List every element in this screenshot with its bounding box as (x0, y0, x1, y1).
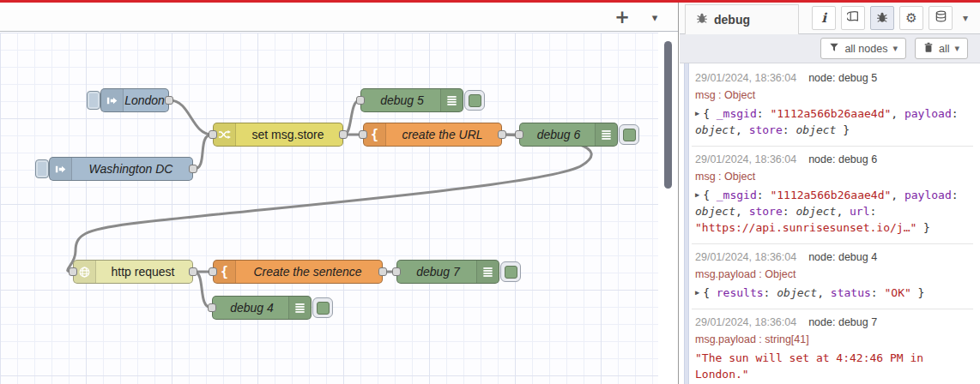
input-port[interactable] (69, 267, 77, 276)
top-red-divider (0, 0, 980, 3)
input-port[interactable] (356, 96, 365, 105)
output-port[interactable] (378, 267, 387, 276)
output-port[interactable] (165, 96, 173, 105)
clear-messages-button[interactable]: all ▾ (915, 38, 968, 59)
node-label: debug 5 (364, 89, 440, 111)
expand-caret-icon[interactable]: ▶ (695, 190, 699, 199)
sidebar-tab-button-help[interactable] (841, 6, 865, 30)
node-label: create the URL (386, 123, 499, 146)
debug-message-timestamp: 29/01/2024, 18:36:04 (695, 316, 796, 328)
debug-toggle-state (469, 94, 481, 107)
debug-message-timestamp: 29/01/2024, 18:36:04 (695, 72, 796, 84)
output-port[interactable] (189, 165, 197, 173)
debug-toggle-button[interactable] (312, 297, 333, 318)
inject-arrow-icon (50, 158, 72, 180)
node-inject-washington-dc[interactable]: Washington DC (49, 157, 193, 181)
debug-message-source-node: node: debug 6 (808, 153, 877, 165)
sidebar-menu-caret-icon[interactable]: ▾ (958, 6, 973, 30)
node-template-create-url[interactable]: {create the URL (363, 123, 502, 147)
inject-button[interactable] (87, 91, 100, 110)
payload-segment-plain: : (783, 205, 796, 218)
input-port[interactable] (209, 267, 217, 276)
debug-toggle-state (623, 129, 636, 141)
payload-segment-key: store (749, 205, 783, 218)
chevron-down-icon: ▾ (892, 43, 898, 54)
payload-segment-obj: object (795, 205, 836, 218)
output-port[interactable] (189, 267, 197, 276)
debug-toggle-button[interactable] (464, 90, 485, 111)
debug-message-gutter (684, 63, 689, 384)
node-debug-7[interactable]: debug 7 (396, 260, 499, 284)
expand-caret-icon[interactable]: ▶ (695, 109, 699, 117)
node-template-create-sentence[interactable]: {Create the sentence (213, 260, 383, 284)
debug-sidebar: debug i⚙▾ all nodes ▾ all ▾ 29/01/2024, … (678, 3, 980, 384)
payload-segment-plain: , (817, 286, 831, 299)
context-icon (935, 10, 947, 26)
node-debug-4[interactable]: debug 4 (212, 296, 312, 320)
flow-editor-canvas[interactable]: + ▾ LondonWashington DCset msg.storedebu… (0, 3, 678, 384)
debug-message-property-path: msg.payload : Object (695, 268, 971, 280)
debug-message: 29/01/2024, 18:36:04node: debug 4msg.pay… (692, 244, 973, 309)
output-port[interactable] (339, 130, 348, 139)
inject-button[interactable] (35, 159, 49, 178)
list-icon (595, 123, 617, 146)
input-port[interactable] (208, 303, 216, 312)
payload-segment-plain: : (871, 286, 885, 299)
debug-message-meta: 29/01/2024, 18:36:04node: debug 5 (695, 72, 971, 84)
debug-message-list[interactable]: 29/01/2024, 18:36:04node: debug 5msg : O… (680, 63, 980, 384)
debug-message-property-path: msg : Object (695, 89, 971, 101)
output-port[interactable] (498, 130, 506, 139)
node-label: debug 6 (523, 123, 595, 146)
workspace-grid[interactable] (0, 33, 658, 384)
debug-message-meta: 29/01/2024, 18:36:04node: debug 7 (695, 316, 971, 328)
debug-message-source-node: node: debug 7 (808, 316, 877, 328)
filter-nodes-button[interactable]: all nodes ▾ (820, 38, 906, 59)
sidebar-tab-button-context[interactable] (929, 6, 953, 30)
filter-nodes-label: all nodes (844, 43, 887, 55)
node-inject-london[interactable]: London (100, 88, 169, 112)
trash-icon (923, 42, 934, 56)
input-port[interactable] (392, 267, 401, 276)
input-port[interactable] (209, 130, 217, 139)
input-port[interactable] (515, 130, 523, 139)
debug-toggle-state (505, 266, 517, 279)
canvas-scrollbar-thumb[interactable] (664, 41, 672, 189)
list-icon (476, 261, 499, 283)
expand-caret-icon[interactable]: ▶ (695, 288, 699, 297)
payload-segment-plain: } (911, 286, 925, 299)
payload-segment-str: "The sun will set at 4:42:46 PM in Londo… (695, 351, 923, 381)
help-icon (847, 10, 860, 26)
bug-icon (696, 12, 708, 27)
payload-segment-key: _msgid (717, 107, 757, 120)
debug-toggle-button[interactable] (500, 261, 521, 282)
node-label: debug 7 (400, 261, 476, 283)
flow-list-caret-icon[interactable]: ▾ (644, 6, 666, 28)
add-flow-button[interactable]: + (611, 6, 633, 28)
debug-filter-toolbar: all nodes ▾ all ▾ (680, 34, 980, 63)
sidebar-tab-button-info[interactable]: i (812, 6, 836, 30)
node-debug-6[interactable]: debug 6 (519, 123, 618, 147)
debug-message: 29/01/2024, 18:36:04node: debug 5msg : O… (692, 65, 973, 147)
payload-segment-plain: : (870, 205, 877, 218)
input-port[interactable] (359, 130, 367, 139)
debug-message-property-path: msg.payload : string[41] (695, 333, 971, 345)
debug-toggle-button[interactable] (619, 124, 639, 145)
debug-message-meta: 29/01/2024, 18:36:04node: debug 6 (695, 153, 971, 165)
tab-debug[interactable]: debug (685, 4, 799, 34)
sidebar-tab-button-debug[interactable] (870, 6, 894, 30)
sidebar-tab-button-config[interactable]: ⚙ (899, 6, 923, 30)
debug-message-timestamp: 29/01/2024, 18:36:04 (695, 153, 796, 165)
node-http-request[interactable]: http request (73, 260, 193, 284)
payload-segment-key: url (850, 205, 869, 218)
node-debug-5[interactable]: debug 5 (360, 88, 463, 112)
debug-toggle-state (317, 302, 330, 315)
sidebar-icon-buttons: i⚙▾ (812, 6, 973, 30)
payload-segment-plain: : (757, 107, 771, 120)
list-icon (288, 297, 311, 319)
node-change-set-msg-store[interactable]: set msg.store (213, 123, 343, 147)
payload-segment-plain: , (891, 107, 904, 120)
funnel-icon (829, 42, 839, 55)
payload-segment-plain: : (952, 107, 959, 120)
payload-segment-plain: { (703, 189, 717, 201)
debug-message-payload: ▶{ results: object, status: "OK" } (695, 285, 971, 301)
